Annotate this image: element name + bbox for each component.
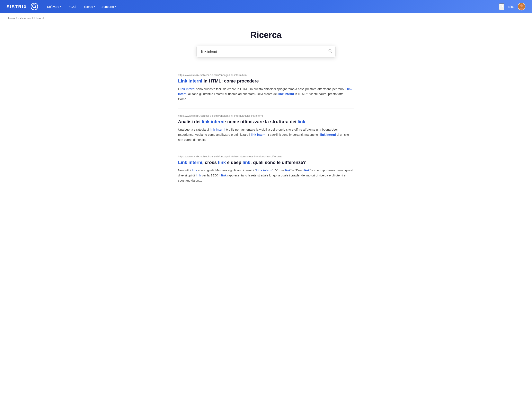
result-link[interactable]: Link interni xyxy=(178,79,202,84)
result-item: https://www.sistrix.it/chiedi-a-sistrix/… xyxy=(178,149,354,190)
breadcrumb: Home / Hai cercato link interni xyxy=(0,13,532,22)
logo[interactable]: SISTRIX xyxy=(7,3,38,10)
search-section: Ricerca xyxy=(178,30,354,58)
nav-right: Elisa xyxy=(499,3,525,10)
svg-point-6 xyxy=(520,4,523,7)
result-url: https://www.sistrix.it/chiedi-a-sistrix/… xyxy=(178,114,354,117)
result-url: https://www.sistrix.it/chiedi-a-sistrix/… xyxy=(178,155,354,158)
svg-text:SISTRIX: SISTRIX xyxy=(7,4,27,9)
user-name: Elisa xyxy=(508,5,514,8)
main-content: Ricerca https://www.sistrix.it/chiedi-a-… xyxy=(174,22,358,202)
result-url: https://www.sistrix.it/chiedi-a-sistrix/… xyxy=(178,74,354,77)
chevron-down-icon: ▾ xyxy=(115,5,116,8)
result-snippet: I link interni sono piuttosto facili da … xyxy=(178,87,354,102)
search-submit-button[interactable] xyxy=(328,49,332,54)
nav-prezzi[interactable]: Prezzi xyxy=(65,3,78,10)
nav-links: Software ▾ Prezzi Risorse ▾ Supporto ▾ xyxy=(45,3,493,10)
search-button[interactable] xyxy=(499,4,504,10)
avatar[interactable] xyxy=(518,3,525,10)
result-item: https://www.sistrix.it/chiedi-a-sistrix/… xyxy=(178,108,354,149)
search-input[interactable] xyxy=(196,46,336,58)
breadcrumb-home[interactable]: Home xyxy=(8,17,15,20)
search-title: Ricerca xyxy=(178,30,354,40)
result-link[interactable]: link interni xyxy=(202,119,225,124)
result-title: Analisi dei link interni: come ottimizza… xyxy=(178,119,354,125)
result-item: https://www.sistrix.it/chiedi-a-sistrix/… xyxy=(178,68,354,108)
nav-software[interactable]: Software ▾ xyxy=(45,3,63,10)
result-snippet: Non tutti i link sono uguali. Ma cosa si… xyxy=(178,168,354,183)
breadcrumb-separator: / xyxy=(16,17,17,20)
results-list: https://www.sistrix.it/chiedi-a-sistrix/… xyxy=(178,68,354,190)
result-link[interactable]: Link interni xyxy=(178,160,202,165)
result-snippet: Una buona strategia di link interni è ut… xyxy=(178,127,354,142)
result-link-2[interactable]: link xyxy=(298,119,305,124)
navbar: SISTRIX Software ▾ Prezzi Risorse ▾ Supp… xyxy=(0,0,532,13)
result-cross-link[interactable]: link xyxy=(218,160,226,165)
search-box xyxy=(196,46,336,58)
nav-risorse[interactable]: Risorse ▾ xyxy=(80,3,98,10)
chevron-down-icon: ▾ xyxy=(94,5,95,8)
svg-line-4 xyxy=(503,7,504,8)
svg-line-9 xyxy=(331,52,332,53)
chevron-down-icon: ▾ xyxy=(60,5,61,8)
svg-line-2 xyxy=(35,7,36,9)
logo-search-icon xyxy=(31,3,38,10)
result-deep-link[interactable]: link xyxy=(243,160,250,165)
result-title: Link interni, cross link e deep link: qu… xyxy=(178,160,354,166)
result-title: Link interni in HTML: come procedere xyxy=(178,78,354,84)
nav-supporto[interactable]: Supporto ▾ xyxy=(99,3,118,10)
breadcrumb-current: Hai cercato link interni xyxy=(18,17,44,20)
